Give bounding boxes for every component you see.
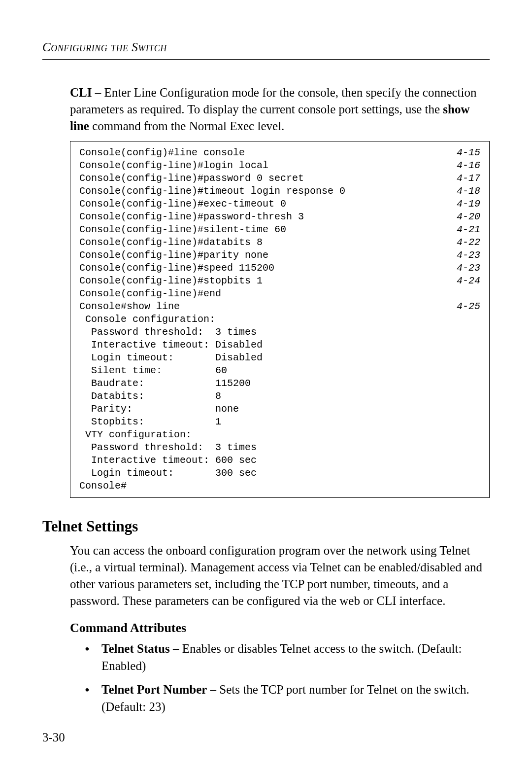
cli-ref [451, 441, 482, 454]
cli-line: Console(config-line)#timeout login respo… [79, 185, 482, 198]
cli-cmd: Login timeout: 300 sec [79, 467, 451, 480]
running-head: Configuring the Switch [42, 40, 490, 54]
page: Configuring the Switch CLI – Enter Line … [0, 0, 532, 774]
cli-ref: 4-23 [451, 249, 482, 262]
cli-ref [451, 454, 482, 467]
cli-line: Login timeout: Disabled [79, 352, 482, 364]
cli-cmd: Parity: none [79, 403, 451, 416]
cli-cmd: Console#show line [79, 300, 451, 313]
telnet-heading: Telnet Settings [42, 518, 490, 535]
cli-line: Console configuration: [79, 313, 482, 326]
cli-ref [451, 467, 482, 480]
cli-ref: 4-21 [451, 223, 482, 236]
cli-ref [451, 403, 482, 416]
telnet-paragraph: You can access the onboard configuration… [70, 542, 490, 609]
cli-line: Parity: none [79, 403, 482, 416]
cli-ref [451, 428, 482, 441]
cli-line: Console(config-line)#login local4-16 [79, 159, 482, 172]
cli-cmd: Login timeout: Disabled [79, 352, 451, 364]
list-item: Telnet Status – Enables or disables Teln… [85, 640, 490, 674]
cli-cmd: Interactive timeout: 600 sec [79, 454, 451, 467]
cli-line: Stopbits: 1 [79, 416, 482, 428]
cli-line: Baudrate: 115200 [79, 377, 482, 390]
cli-line: Interactive timeout: 600 sec [79, 454, 482, 467]
cli-cmd: VTY configuration: [79, 428, 451, 441]
cli-line: Console(config-line)#stopbits 14-24 [79, 275, 482, 287]
cli-line: Interactive timeout: Disabled [79, 339, 482, 352]
cli-ref [451, 313, 482, 326]
cli-label: CLI [70, 86, 92, 99]
cli-cmd: Console# [79, 480, 451, 493]
cli-ref [451, 326, 482, 339]
cli-line: Console(config-line)#databits 84-22 [79, 236, 482, 249]
cli-line: Console(config-line)#silent-time 604-21 [79, 223, 482, 236]
cli-line: Password threshold: 3 times [79, 441, 482, 454]
cli-cmd: Silent time: 60 [79, 364, 451, 377]
cli-cmd: Password threshold: 3 times [79, 326, 451, 339]
cli-ref [451, 352, 482, 364]
cli-line: Console(config-line)#password 0 secret4-… [79, 172, 482, 185]
cli-line: VTY configuration: [79, 428, 482, 441]
cli-line: Console(config-line)#exec-timeout 04-19 [79, 198, 482, 211]
list-item: Telnet Port Number – Sets the TCP port n… [85, 681, 490, 715]
command-attributes-heading: Command Attributes [70, 621, 490, 635]
cli-ref [451, 480, 482, 493]
attr-label: Telnet Port Number [101, 683, 207, 696]
cli-cmd: Console(config-line)#speed 115200 [79, 262, 451, 275]
cli-cmd: Databits: 8 [79, 390, 451, 403]
command-attributes-list: Telnet Status – Enables or disables Teln… [85, 640, 490, 715]
cli-cmd: Console(config-line)#parity none [79, 249, 451, 262]
cli-ref [451, 364, 482, 377]
intro-text-after: command from the Normal Exec level. [89, 119, 284, 133]
cli-cmd: Console(config-line)#login local [79, 159, 451, 172]
cli-ref: 4-18 [451, 185, 482, 198]
cli-ref: 4-15 [451, 146, 482, 159]
cli-ref [451, 416, 482, 428]
cli-line: Console(config)#line console4-15 [79, 146, 482, 159]
cli-ref [451, 377, 482, 390]
cli-ref: 4-22 [451, 236, 482, 249]
cli-line: Password threshold: 3 times [79, 326, 482, 339]
cli-ref: 4-23 [451, 262, 482, 275]
cli-cmd: Console(config-line)#password-thresh 3 [79, 211, 451, 223]
cli-cmd: Password threshold: 3 times [79, 441, 451, 454]
cli-ref [451, 339, 482, 352]
cli-line: Console(config-line)#end [79, 287, 482, 300]
cli-line: Console# [79, 480, 482, 493]
cli-line: Console#show line4-25 [79, 300, 482, 313]
cli-ref [451, 287, 482, 300]
cli-line: Console(config-line)#parity none4-23 [79, 249, 482, 262]
cli-cmd: Console(config-line)#timeout login respo… [79, 185, 451, 198]
cli-cmd: Console(config-line)#silent-time 60 [79, 223, 451, 236]
cli-ref: 4-17 [451, 172, 482, 185]
attr-label: Telnet Status [101, 642, 170, 655]
cli-ref: 4-20 [451, 211, 482, 223]
intro-paragraph: CLI – Enter Line Configuration mode for … [70, 84, 490, 134]
cli-cmd: Console(config-line)#databits 8 [79, 236, 451, 249]
cli-cmd: Stopbits: 1 [79, 416, 451, 428]
cli-line: Console(config-line)#password-thresh 34-… [79, 211, 482, 223]
cli-line: Silent time: 60 [79, 364, 482, 377]
cli-ref: 4-24 [451, 275, 482, 287]
cli-cmd: Console(config)#line console [79, 146, 451, 159]
cli-cmd: Console(config-line)#password 0 secret [79, 172, 451, 185]
content-area: CLI – Enter Line Configuration mode for … [70, 84, 490, 715]
cli-ref: 4-16 [451, 159, 482, 172]
cli-cmd: Console(config-line)#stopbits 1 [79, 275, 451, 287]
cli-ref [451, 390, 482, 403]
header-rule [42, 59, 490, 60]
cli-ref: 4-19 [451, 198, 482, 211]
cli-line: Login timeout: 300 sec [79, 467, 482, 480]
cli-line: Console(config-line)#speed 1152004-23 [79, 262, 482, 275]
cli-code-block: Console(config)#line console4-15Console(… [70, 141, 490, 498]
cli-cmd: Console(config-line)#exec-timeout 0 [79, 198, 451, 211]
page-number: 3-30 [42, 731, 65, 744]
cli-cmd: Console configuration: [79, 313, 451, 326]
intro-text-before: – Enter Line Configuration mode for the … [70, 86, 477, 116]
cli-line: Databits: 8 [79, 390, 482, 403]
cli-cmd: Baudrate: 115200 [79, 377, 451, 390]
cli-cmd: Console(config-line)#end [79, 287, 451, 300]
cli-ref: 4-25 [451, 300, 482, 313]
cli-cmd: Interactive timeout: Disabled [79, 339, 451, 352]
